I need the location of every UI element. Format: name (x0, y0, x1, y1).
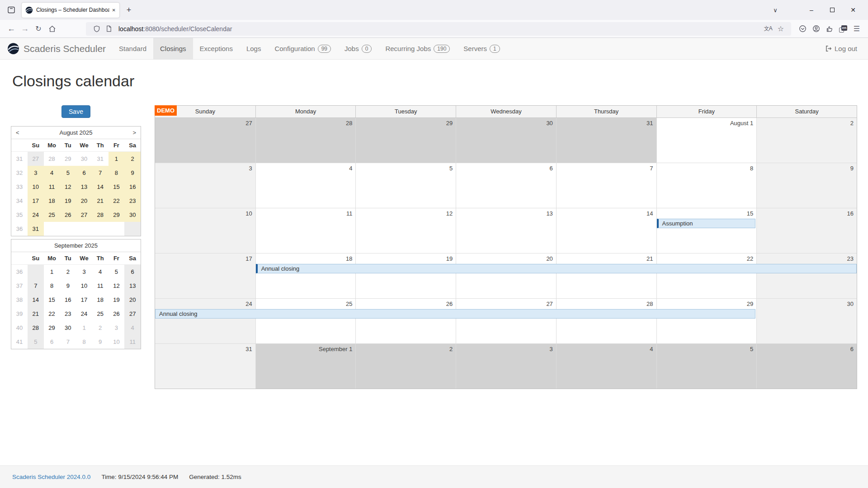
browser-tab-active[interactable]: Closings – Scheduler Dashboard ✕ (22, 3, 119, 18)
calendar-day-cell[interactable]: 23 (756, 253, 857, 298)
nav-item-standard[interactable]: Standard (112, 38, 153, 59)
calendar-day-cell[interactable]: 6 (456, 163, 556, 208)
mini-day-cell[interactable]: 1 (76, 321, 92, 335)
calendar-day-cell[interactable]: 29 (656, 299, 757, 343)
calendar-day-cell[interactable]: 22 (656, 253, 757, 298)
mini-day-cell[interactable]: 27 (28, 152, 44, 166)
window-maximize-button[interactable] (822, 3, 843, 17)
calendar-day-cell[interactable]: 7 (556, 163, 656, 208)
mini-day-cell[interactable]: 6 (76, 166, 92, 180)
nav-item-exceptions[interactable]: Exceptions (193, 38, 240, 59)
calendar-day-cell[interactable]: 17 (155, 253, 255, 298)
calendar-day-cell[interactable]: 2 (355, 344, 456, 389)
calendar-day-cell[interactable]: 20 (456, 253, 556, 298)
mini-day-cell[interactable] (76, 222, 92, 236)
mini-day-cell[interactable]: 23 (60, 307, 76, 321)
mini-day-cell[interactable]: 29 (60, 152, 76, 166)
calendar-day-cell[interactable]: 15 (656, 208, 757, 253)
mini-day-cell[interactable]: 31 (28, 222, 44, 236)
mini-day-cell[interactable]: 17 (76, 293, 92, 307)
mini-day-cell[interactable]: 31 (92, 152, 108, 166)
brand[interactable]: Scaderis Scheduler (7, 38, 106, 59)
nav-item-recurring-jobs[interactable]: Recurring Jobs190 (378, 38, 457, 59)
save-button[interactable]: Save (61, 105, 90, 118)
mini-day-cell[interactable]: 22 (44, 307, 60, 321)
event-bar[interactable]: Annual closing (256, 264, 857, 273)
mini-day-cell[interactable]: 3 (76, 265, 92, 279)
event-bar[interactable]: Annual closing (155, 309, 755, 319)
calendar-day-cell[interactable]: September 1 (255, 344, 356, 389)
shield-icon[interactable] (93, 25, 100, 33)
mini-day-cell[interactable]: 6 (44, 335, 60, 349)
calendar-day-cell[interactable]: 21 (556, 253, 656, 298)
mini-day-cell[interactable]: 2 (60, 265, 76, 279)
calendar-day-cell[interactable]: 28 (556, 299, 656, 343)
mini-day-cell[interactable]: 29 (44, 321, 60, 335)
mini-day-cell[interactable]: 12 (60, 180, 76, 194)
mini-day-cell[interactable]: 24 (28, 208, 44, 222)
mini-day-cell[interactable]: 30 (76, 152, 92, 166)
mini-day-cell[interactable]: 23 (124, 194, 141, 208)
mini-day-cell[interactable]: 4 (124, 321, 141, 335)
event-bar[interactable]: Assumption (657, 219, 756, 228)
mini-day-cell[interactable]: 9 (92, 335, 108, 349)
mini-day-cell[interactable]: 27 (124, 307, 141, 321)
calendar-day-cell[interactable]: 26 (355, 299, 456, 343)
mini-day-cell[interactable]: 10 (108, 335, 125, 349)
mini-day-cell[interactable]: 15 (108, 180, 125, 194)
calendar-day-cell[interactable]: 30 (756, 299, 857, 343)
mini-day-cell[interactable]: 28 (28, 321, 44, 335)
mini-day-cell[interactable]: 21 (28, 307, 44, 321)
calendar-day-cell[interactable]: 4 (255, 163, 356, 208)
calendar-day-cell[interactable]: 2 (756, 118, 857, 163)
calendar-day-cell[interactable]: 6 (756, 344, 857, 389)
mini-day-cell[interactable]: 11 (44, 180, 60, 194)
mini-day-cell[interactable]: 13 (124, 279, 141, 293)
bookmark-star-icon[interactable]: ☆ (778, 24, 784, 33)
mini-day-cell[interactable]: 20 (124, 293, 141, 307)
mini-day-cell[interactable]: 10 (28, 180, 44, 194)
page-info-icon[interactable] (106, 25, 112, 32)
mini-day-cell[interactable]: 28 (92, 208, 108, 222)
mini-day-cell[interactable]: 8 (44, 279, 60, 293)
nav-item-configuration[interactable]: Configuration99 (268, 38, 338, 59)
calendar-day-cell[interactable]: 24 (155, 299, 255, 343)
mini-day-cell[interactable]: 28 (44, 152, 60, 166)
mini-day-cell[interactable]: 3 (108, 321, 125, 335)
calendar-day-cell[interactable]: 4 (556, 344, 656, 389)
translate-icon[interactable]: 文A (764, 25, 772, 33)
window-minimize-button[interactable]: – (801, 3, 822, 17)
mini-day-cell[interactable]: 16 (124, 180, 141, 194)
mini-day-cell[interactable]: 18 (44, 194, 60, 208)
calendar-day-cell[interactable]: 18 (255, 253, 356, 298)
mini-day-cell[interactable]: 11 (92, 279, 108, 293)
mini-day-cell[interactable]: 14 (92, 180, 108, 194)
mini-day-cell[interactable]: 17 (28, 194, 44, 208)
mini-day-cell[interactable]: 4 (44, 166, 60, 180)
mini-day-cell[interactable]: 26 (108, 307, 125, 321)
mini-day-cell[interactable]: 16 (60, 293, 76, 307)
extension-icon[interactable] (823, 22, 836, 36)
url-bar[interactable]: localhost:8080/scheduler/CloseCalendar 文… (86, 22, 791, 36)
mini-day-cell[interactable]: 13 (76, 180, 92, 194)
calendar-day-cell[interactable]: 25 (255, 299, 356, 343)
forward-icon[interactable]: → (18, 22, 32, 36)
new-tab-button[interactable]: + (122, 3, 136, 17)
calendar-day-cell[interactable]: 11 (255, 208, 356, 253)
mini-day-cell[interactable]: 8 (76, 335, 92, 349)
mini-day-cell[interactable] (108, 222, 125, 236)
mini-day-cell[interactable]: 20 (76, 194, 92, 208)
mini-day-cell[interactable]: 7 (28, 279, 44, 293)
mini-day-cell[interactable]: 12 (108, 279, 125, 293)
mini-day-cell[interactable]: 1 (44, 265, 60, 279)
mini-day-cell[interactable]: 6 (124, 265, 141, 279)
prev-month-button[interactable]: < (16, 129, 24, 136)
calendar-day-cell[interactable]: 27 (155, 118, 255, 163)
nav-item-closings[interactable]: Closings (153, 38, 193, 59)
calendar-day-cell[interactable]: 29 (355, 118, 456, 163)
mini-day-cell[interactable] (44, 222, 60, 236)
mini-day-cell[interactable]: 21 (92, 194, 108, 208)
mini-day-cell[interactable]: 10 (76, 279, 92, 293)
mini-day-cell[interactable]: 5 (108, 265, 125, 279)
window-close-button[interactable]: ✕ (843, 3, 863, 17)
